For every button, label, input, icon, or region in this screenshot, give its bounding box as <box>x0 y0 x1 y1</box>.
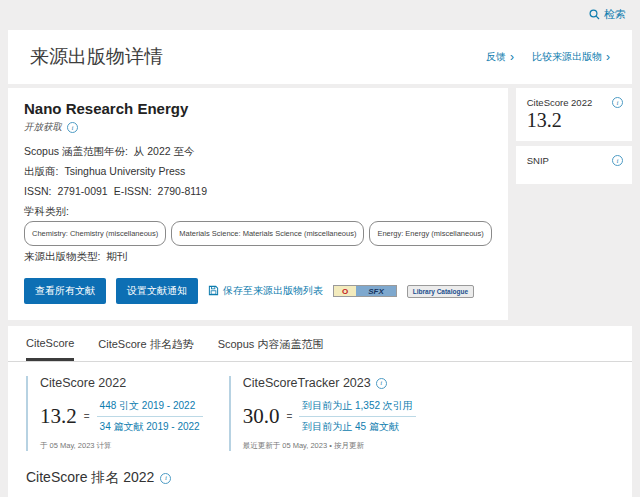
search-label: 检索 <box>604 7 626 22</box>
issn-value: 2791-0091 <box>57 181 107 201</box>
citescore-card-label: CiteScore 2022 <box>527 97 621 108</box>
publisher-label: 出版商: <box>24 161 58 181</box>
page-header: 来源出版物详情 反馈 › 比较来源出版物 › <box>8 30 632 84</box>
info-icon[interactable]: i <box>612 97 623 108</box>
equals-sign: = <box>84 411 90 422</box>
issn-label: ISSN: <box>24 181 51 201</box>
chevron-right-icon: › <box>510 51 514 63</box>
citescore-current-block: CiteScore 2022 13.2 = 448 引文 2019 - 2022… <box>26 376 203 451</box>
citescore-tracker-title: CiteScoreTracker 2023 <box>243 376 371 390</box>
documents-link[interactable]: 34 篇文献 2019 - 2022 <box>100 421 200 432</box>
source-type-value: 期刊 <box>106 246 127 266</box>
citescore-calc-date: 于 05 May, 2023 计算 <box>40 441 203 451</box>
tracker-documents-link[interactable]: 到目前为止 45 篇文献 <box>302 421 399 432</box>
publisher-value: Tsinghua University Press <box>64 161 185 181</box>
open-access-label: 开放获取 <box>24 121 62 134</box>
page-title: 来源出版物详情 <box>30 44 163 70</box>
eissn-value: 2790-8119 <box>158 181 207 201</box>
citescore-tracker-block: CiteScoreTracker 2023 i 30.0 = 到目前为止 1,3… <box>229 376 416 451</box>
info-icon[interactable]: i <box>376 378 387 389</box>
snip-card-label: SNIP <box>527 155 621 166</box>
tab-scopus-coverage[interactable]: Scopus 内容涵盖范围 <box>218 337 324 361</box>
subject-pill[interactable]: Energy: Energy (miscellaneous) <box>369 221 491 246</box>
equals-sign: = <box>286 411 292 422</box>
citescore-tracker-value: 30.0 <box>243 404 280 429</box>
save-icon <box>208 285 219 298</box>
feedback-link[interactable]: 反馈 › <box>486 50 514 64</box>
coverage-value: 从 2022 至今 <box>134 141 195 161</box>
coverage-label: Scopus 涵盖范围年份: <box>24 141 128 161</box>
snip-card: SNIP i <box>516 146 632 184</box>
tracker-citations-link[interactable]: 到目前为止 1,352 次引用 <box>302 400 413 411</box>
tab-citescore-rank-trend[interactable]: CiteScore 排名趋势 <box>98 337 193 361</box>
eissn-label: E-ISSN: <box>114 181 152 201</box>
tab-bar: CiteScore CiteScore 排名趋势 Scopus 内容涵盖范围 <box>8 326 632 362</box>
citescore-current-value: 13.2 <box>40 404 77 429</box>
top-bar: 检索 <box>0 0 640 28</box>
citescore-card: CiteScore 2022 13.2 i <box>516 88 632 141</box>
info-icon[interactable]: i <box>612 155 623 166</box>
compare-sources-link[interactable]: 比较来源出版物 › <box>532 50 610 64</box>
sfx-button[interactable]: O SFX <box>333 285 397 297</box>
tracker-update-date: 最近更新于 05 May, 2023 • 按月更新 <box>243 441 416 451</box>
sfx-o-icon: O <box>334 286 356 296</box>
journal-title: Nano Research Energy <box>24 100 492 117</box>
search-link[interactable]: 检索 <box>589 7 626 22</box>
subject-label: 学科类别: <box>24 201 69 221</box>
rank-section-title: CiteScore 排名 2022 <box>26 469 154 487</box>
subject-pill[interactable]: Materials Science: Materials Science (mi… <box>171 221 364 246</box>
source-type-label: 来源出版物类型: <box>24 246 100 266</box>
chevron-right-icon: › <box>606 51 610 63</box>
citescore-current-title: CiteScore 2022 <box>40 376 126 390</box>
info-icon[interactable]: i <box>160 473 171 484</box>
citations-link[interactable]: 448 引文 2019 - 2022 <box>100 400 196 411</box>
journal-info-panel: Nano Research Energy 开放获取 i Scopus 涵盖范围年… <box>8 88 508 320</box>
subject-pill[interactable]: Chemistry: Chemistry (miscellaneous) <box>24 221 166 246</box>
tab-citescore[interactable]: CiteScore <box>26 337 74 361</box>
save-to-source-list-link[interactable]: 保存至来源出版物列表 <box>208 284 323 298</box>
set-alert-button[interactable]: 设置文献通知 <box>116 278 198 304</box>
search-icon <box>589 9 600 20</box>
library-catalogue-button[interactable]: Library Catalogue <box>407 285 474 298</box>
metrics-panel: CiteScore CiteScore 排名趋势 Scopus 内容涵盖范围 C… <box>8 326 632 497</box>
citescore-card-value: 13.2 <box>527 108 621 132</box>
info-icon[interactable]: i <box>67 122 78 133</box>
view-all-documents-button[interactable]: 查看所有文献 <box>24 278 106 304</box>
